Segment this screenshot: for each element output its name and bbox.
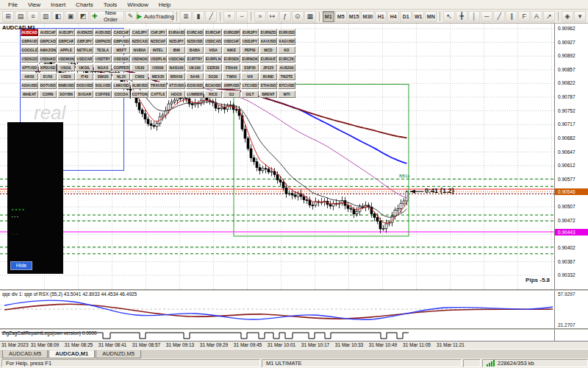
symbol-button-SOLUSD[interactable]: SOLUSD [94, 82, 112, 89]
symbol-button-ETHUSD[interactable]: ETHUSD [259, 82, 277, 89]
symbol-button-XPTUSD[interactable]: XPTUSD [21, 64, 38, 71]
symbol-button-AUDCHF[interactable]: AUDCHF [39, 29, 57, 36]
symbol-button-GER30[interactable]: GER30 [204, 64, 222, 71]
symbol-button-LTCUSD[interactable]: LTCUSD [241, 82, 259, 89]
chart-window[interactable]: realBB1s AUDCAD,M1 AUDCADAUDCHFAUDJPYAUD… [0, 24, 588, 289]
symbol-button-NZDJPY[interactable]: NZDJPY [168, 38, 185, 45]
symbol-button-AUDJPY[interactable]: AUDJPY [57, 29, 75, 36]
symbol-button-US500[interactable]: US500 [149, 64, 167, 71]
symbol-button-USOIL[interactable]: USOIL [57, 64, 75, 71]
menu-insert[interactable]: Insert [46, 1, 71, 8]
timeframe-MN[interactable]: MN [425, 11, 437, 22]
symbol-button-EOSUSD[interactable]: EOSUSD [186, 82, 204, 89]
symbol-button-TW50[interactable]: TW50 [223, 73, 240, 80]
symbol-button-CATTLE[interactable]: CATTLE [149, 91, 167, 98]
metaeditor-icon[interactable]: ✎ [125, 11, 137, 22]
symbol-button-EURCHF[interactable]: EURCHF [204, 29, 222, 36]
symbol-button-VIX[interactable]: VIX [241, 73, 259, 80]
timeframe-M15[interactable]: M15 [348, 11, 361, 22]
arrow-object-icon[interactable]: ↗ [543, 11, 555, 22]
symbol-button-COFFEE[interactable]: COFFEE [94, 91, 112, 98]
symbol-button-GBPNZD[interactable]: GBPNZD [94, 38, 112, 45]
symbol-button-EURCZK[interactable]: EURCZK [278, 55, 295, 63]
menu-tools[interactable]: Tools [98, 1, 123, 8]
symbol-button-OJ[interactable]: OJ [223, 91, 240, 98]
symbol-button-WTI[interactable]: WTI [278, 91, 295, 98]
symbol-button-ESP35[interactable]: ESP35 [241, 64, 259, 71]
timeframe-W1[interactable]: W1 [412, 11, 424, 22]
symbol-button-UK100[interactable]: UK100 [186, 64, 204, 71]
symbol-button-KO[interactable]: KO [278, 46, 295, 54]
symbol-button-USDTRY[interactable]: USDTRY [94, 55, 112, 63]
symbol-button-NETFLIX[interactable]: NETFLIX [76, 46, 93, 54]
symbol-button-GILT[interactable]: GILT [241, 91, 259, 98]
symbol-button-USDJPY[interactable]: USDJPY [241, 38, 259, 45]
symbol-button-SA40[interactable]: SA40 [186, 73, 204, 80]
symbol-button-XAGUSD[interactable]: XAGUSD [278, 38, 295, 45]
symbol-button-EU50[interactable]: EU50 [39, 73, 57, 80]
symbol-button-BRA50[interactable]: BRA50 [168, 73, 185, 80]
symbol-button-CADCHF[interactable]: CADCHF [112, 29, 130, 36]
symbol-button-GBPCAD[interactable]: GBPCAD [39, 38, 57, 45]
chart-shift-icon[interactable]: ↦ [267, 11, 279, 22]
symbol-button-PEPSI[interactable]: PEPSI [241, 46, 259, 54]
strategy-tester-icon[interactable]: ◩ [77, 11, 89, 22]
symbol-button-EURCAD[interactable]: EURCAD [186, 29, 204, 36]
symbol-button-MEX35[interactable]: MEX35 [149, 73, 167, 80]
zoom-out-icon[interactable]: − [236, 11, 248, 22]
symbol-button-NZDCHF[interactable]: NZDCHF [149, 38, 167, 45]
symbol-button-HOGS[interactable]: HOGS [168, 91, 185, 98]
symbol-button-CN50[interactable]: CN50 [131, 73, 148, 80]
fibonacci-icon[interactable]: F [518, 11, 530, 22]
symbol-button-USDSGD[interactable]: USDSGD [21, 55, 38, 63]
symbol-button-AUS200[interactable]: AUS200 [278, 64, 295, 71]
text-label-icon[interactable]: A [531, 11, 542, 22]
symbol-button-NIKE[interactable]: NIKE [223, 46, 240, 54]
symbol-button-BTCUSD[interactable]: BTCUSD [278, 82, 295, 89]
symbol-button-NGAS[interactable]: NGAS [94, 64, 112, 71]
symbol-button-BABA[interactable]: BABA [186, 46, 204, 54]
symbol-button-AUDNZD[interactable]: AUDNZD [76, 29, 93, 36]
symbol-button-CADJPY[interactable]: CADJPY [131, 29, 148, 36]
line-chart-icon[interactable]: ╱ [205, 11, 217, 22]
symbol-button-SOYBN[interactable]: SOYBN [57, 91, 75, 98]
symbol-button-NVIDIA[interactable]: NVIDIA [131, 46, 148, 54]
symbol-button-TRXUSD[interactable]: TRXUSD [149, 82, 167, 89]
hide-panel-button[interactable]: Hide [10, 261, 32, 270]
symbol-button-EURNZD[interactable]: EURNZD [259, 29, 277, 36]
symbol-button-NAS100[interactable]: NAS100 [168, 64, 185, 71]
symbol-button-FRA40[interactable]: FRA40 [223, 64, 240, 71]
symbol-button-USDNOK[interactable]: USDNOK [131, 55, 148, 63]
symbol-button-COPPER[interactable]: COPPER [112, 64, 130, 71]
symbol-button-EURJPY[interactable]: EURJPY [241, 29, 259, 36]
symbol-button-EURNOK[interactable]: EURNOK [241, 55, 259, 63]
symbol-button-APPLE[interactable]: APPLE [57, 46, 75, 54]
new-chart-icon[interactable]: ⊞ [2, 11, 14, 22]
qqe-indicator-window[interactable]: qqe div 1: qqe of RSX (55,2) 43.5041 42.… [0, 291, 588, 328]
autoscroll-icon[interactable]: » [254, 11, 266, 22]
symbol-button-LUMBER[interactable]: LUMBER [186, 91, 204, 98]
docking-icon[interactable]: ▾ [574, 11, 586, 22]
channel-icon[interactable]: ∥ [506, 11, 517, 22]
symbol-button-BNBUSD[interactable]: BNBUSD [57, 82, 75, 89]
horizontal-line-icon[interactable]: ─ [481, 11, 492, 22]
symbol-button-AMAZON[interactable]: AMAZON [39, 46, 57, 54]
symbol-button-VISA[interactable]: VISA [204, 46, 222, 54]
symbol-button-TESLA[interactable]: TESLA [94, 46, 112, 54]
symbol-button-INTEL[interactable]: INTEL [149, 46, 167, 54]
symbol-button-USDCHF[interactable]: USDCHF [223, 38, 240, 45]
symbol-button-JP225[interactable]: JP225 [259, 64, 277, 71]
indicators-icon[interactable]: ƒ [279, 11, 291, 22]
symbol-button-XRPUSD[interactable]: XRPUSD [223, 82, 240, 89]
new-order-button[interactable]: ✚New Order [90, 11, 124, 22]
data-window-icon[interactable]: ▥ [40, 11, 51, 22]
timeframe-M5[interactable]: M5 [335, 11, 347, 22]
symbol-button-GBPAUD[interactable]: GBPAUD [21, 38, 38, 45]
symbol-button-IT40[interactable]: IT40 [76, 73, 93, 80]
crosshair-icon[interactable]: ╋ [456, 11, 467, 22]
symbol-button-SUGAR[interactable]: SUGAR [76, 91, 93, 98]
symbol-button-BUND[interactable]: BUND [259, 73, 277, 80]
symbol-button-DOGUSD[interactable]: DOGUSD [76, 82, 93, 89]
timeframe-H1[interactable]: H1 [375, 11, 387, 22]
symbol-button-XAUUSD[interactable]: XAUUSD [259, 38, 277, 45]
